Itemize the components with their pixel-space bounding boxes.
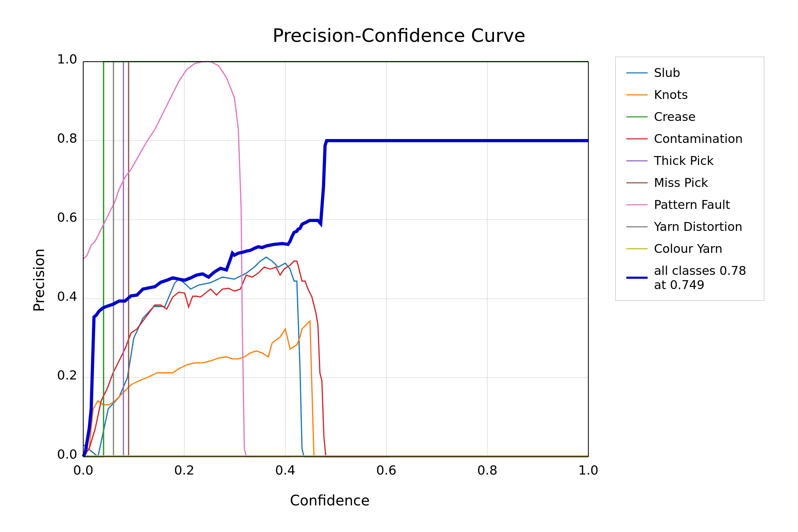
svg-text:0.2: 0.2 [174,463,194,477]
svg-text:0.8: 0.8 [57,131,77,145]
svg-text:0.0: 0.0 [73,463,93,477]
legend-item-all-classes: all classes 0.78 at 0.749 [626,264,753,292]
legend-line-pattern-fault [626,204,648,205]
legend-line-colour-yarn [626,248,648,249]
legend-line-knots [626,94,648,95]
legend-line-slub [626,72,648,73]
chart-svg: 0.0 0.2 0.4 0.6 0.8 1.0 [51,50,608,489]
svg-text:0.6: 0.6 [376,463,397,477]
legend-label-knots: Knots [654,88,688,102]
legend-label-crease: Crease [654,110,696,124]
legend-item-knots: Knots [626,88,753,102]
svg-text:0.6: 0.6 [57,210,77,225]
legend-label-thick-pick: Thick Pick [654,154,714,168]
legend-line-all-classes [626,277,648,279]
legend-line-miss-pick [626,182,648,183]
legend-label-all-classes: all classes 0.78 at 0.749 [654,264,753,292]
x-axis-label: Confidence [51,489,608,512]
legend-line-contamination [626,138,648,139]
svg-rect-0 [51,50,608,489]
legend-label-slub: Slub [654,66,680,80]
legend-item-thick-pick: Thick Pick [626,154,753,168]
legend-item-slub: Slub [626,66,753,80]
legend-item-crease: Crease [626,110,753,124]
svg-text:0.8: 0.8 [477,463,498,477]
chart-container: Precision-Confidence Curve Precision [27,18,771,514]
plot-and-legend: 0.0 0.2 0.4 0.6 0.8 1.0 [51,50,771,511]
y-label-area: Precision [27,50,51,511]
y-axis-label: Precision [31,249,47,312]
svg-text:0.4: 0.4 [57,289,77,304]
legend-box: Slub Knots Crease Contamination Thick Pi… [615,57,764,301]
legend-label-miss-pick: Miss Pick [654,176,708,190]
svg-text:0.4: 0.4 [275,463,295,477]
legend-item-pattern-fault: Pattern Fault [626,198,753,212]
legend-label-contamination: Contamination [654,132,743,146]
legend-item-contamination: Contamination [626,132,753,146]
legend-item-miss-pick: Miss Pick [626,176,753,190]
legend-label-yarn-distortion: Yarn Distortion [654,220,742,234]
chart-title: Precision-Confidence Curve [27,18,771,50]
legend-item-colour-yarn: Colour Yarn [626,242,753,256]
svg-text:0.2: 0.2 [57,368,77,382]
chart-area: Precision [27,50,771,511]
legend-item-yarn-distortion: Yarn Distortion [626,220,753,234]
legend-line-thick-pick [626,160,648,161]
plot-wrapper: 0.0 0.2 0.4 0.6 0.8 1.0 [51,50,615,511]
legend-line-crease [626,116,648,117]
svg-text:1.0: 1.0 [57,52,77,66]
legend-label-pattern-fault: Pattern Fault [654,198,730,212]
legend-label-colour-yarn: Colour Yarn [654,242,722,256]
plot-inner: 0.0 0.2 0.4 0.6 0.8 1.0 [51,50,608,489]
svg-text:0.0: 0.0 [57,447,77,461]
svg-text:1.0: 1.0 [578,463,598,477]
legend-line-yarn-distortion [626,226,648,227]
